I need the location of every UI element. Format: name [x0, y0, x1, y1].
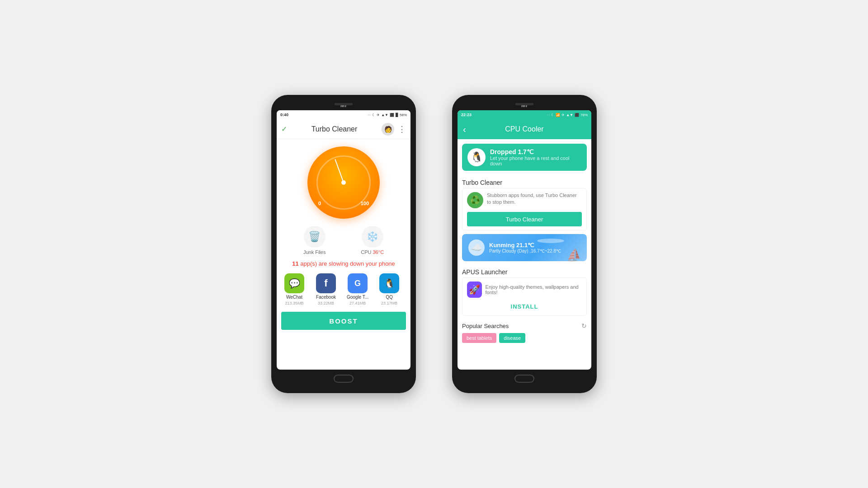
google-name: Google T...	[347, 295, 368, 300]
gauge-container: 0 100	[277, 139, 410, 222]
cpu-icon: ❄️	[362, 226, 383, 248]
gauge-min: 0	[318, 201, 321, 206]
weather-card: ☁️ Kunming 21.1℃ Partly Cloudy (Day) ,16…	[462, 234, 587, 261]
phone1-status-bar: 0:40 ··· ☾ ✈ ▲▼ ⬛ ▉ 58%	[277, 110, 410, 119]
quick-actions: 🗑️ Junk Files ❄️ CPU 36°C	[277, 222, 410, 257]
wechat-name: WeChat	[286, 295, 302, 300]
search-tag-disease[interactable]: disease	[499, 333, 525, 343]
app-google-translate[interactable]: G Google T... 27.41MB	[344, 273, 371, 305]
phone2-time: 22:23	[461, 113, 472, 117]
apus-section-label: APUS Launcher	[458, 265, 591, 277]
qa-junk-files[interactable]: 🗑️ Junk Files	[303, 226, 326, 255]
phone2-bottom	[458, 370, 591, 388]
dropped-temp: Dropped 1.7℃	[490, 148, 581, 155]
avatar[interactable]: 🧑	[382, 123, 394, 136]
qq-name: QQ	[386, 295, 393, 300]
back-button[interactable]: ‹	[463, 124, 466, 135]
app-qq[interactable]: 🐧 QQ 23.17MB	[376, 273, 402, 305]
cpu-cooler-header: ‹ CPU Cooler	[458, 119, 591, 139]
turbo-card: ♻️ Stubborn apps found, use Turbo Cleane…	[462, 188, 587, 230]
gauge-max: 100	[361, 201, 369, 206]
qq-size: 23.17MB	[381, 301, 397, 305]
wechat-icon: 💬	[284, 273, 304, 293]
phone1-bottom	[277, 370, 410, 388]
toolbar-right: 🧑 ⋮	[382, 123, 406, 136]
cool-down-subtitle: Let your phone have a rest and cool down	[490, 155, 581, 166]
junk-files-icon: 🗑️	[304, 226, 326, 248]
turbo-desc: Stubborn apps found, use Turbo Cleanerto…	[487, 192, 577, 206]
search-tags: best tablets disease	[458, 331, 591, 345]
phone1-time: 0:40	[280, 113, 288, 117]
qq-icon: 🐧	[379, 273, 399, 293]
phone2-speaker	[515, 103, 533, 105]
slowing-rest: app(s) are slowing down your phone	[300, 260, 395, 267]
turbo-icon: ♻️	[467, 192, 483, 208]
phone1-speaker	[335, 103, 353, 105]
apus-desc: Enjoy high-quality themes, wallpapers an…	[486, 284, 582, 295]
slowing-count: 11	[292, 260, 298, 267]
turbo-row: ♻️ Stubborn apps found, use Turbo Cleane…	[467, 192, 582, 208]
result-banner: 🐧 Dropped 1.7℃ Let your phone have a res…	[462, 144, 587, 171]
apus-card: 🚀 Enjoy high-quality themes, wallpapers …	[462, 277, 587, 316]
apus-row: 🚀 Enjoy high-quality themes, wallpapers …	[467, 282, 582, 298]
phone2-top-bar: MI	[458, 100, 591, 110]
phone1-screen: 0:40 ··· ☾ ✈ ▲▼ ⬛ ▉ 58% ✓ Turbo Cleaner …	[277, 110, 410, 370]
turbo-cleaner-button[interactable]: Turbo Cleaner	[467, 212, 582, 226]
phone2-status-icons: ··· ☾ 📶 ✈ ▲▼ ⬛ 78%	[547, 113, 588, 117]
google-icon: G	[348, 273, 368, 293]
popular-searches-header: Popular Searches ↻	[458, 319, 591, 331]
cpu-cooler-title: CPU Cooler	[505, 125, 543, 133]
phone2-status-bar: 22:23 ··· ☾ 📶 ✈ ▲▼ ⬛ 78%	[458, 110, 591, 119]
turbo-section-label: Turbo Cleaner	[458, 175, 591, 188]
wechat-size: 213.35MB	[285, 301, 303, 305]
app-title: Turbo Cleaner	[311, 125, 358, 133]
gauge-dot	[341, 180, 346, 185]
popular-title: Popular Searches	[462, 323, 509, 329]
install-button[interactable]: INSTALL	[467, 301, 582, 312]
app-facebook[interactable]: f Facebook 33.22MB	[313, 273, 339, 305]
phone1-home-button[interactable]	[334, 375, 354, 383]
cpu-temp-value: 36°C	[373, 249, 384, 255]
sailboat-icon: ⛵	[566, 248, 582, 261]
fb-icon: f	[316, 273, 336, 293]
cpu-temp-label: CPU 36°C	[361, 249, 384, 255]
phone2-home-button[interactable]	[514, 375, 534, 383]
gauge-labels: 0 100	[307, 201, 380, 206]
check-icon: ✓	[281, 125, 287, 133]
phone1-top-bar: MI	[277, 100, 410, 110]
phone1-status-icons: ··· ☾ ✈ ▲▼ ⬛ ▉ 58%	[368, 113, 407, 117]
gauge-circle: 0 100	[307, 146, 380, 219]
penguin-avatar: 🐧	[467, 148, 486, 166]
google-size: 27.41MB	[349, 301, 366, 305]
phone-2: MI 22:23 ··· ☾ 📶 ✈ ▲▼ ⬛ 78% ‹ CPU Cooler…	[452, 95, 597, 393]
app-twitter[interactable]: 🐦 Twi... 21.8	[408, 273, 410, 305]
apus-icon: 🚀	[467, 282, 482, 298]
weather-icon: ☁️	[468, 239, 485, 256]
search-tag-tablets[interactable]: best tablets	[462, 333, 496, 343]
phone1-toolbar: ✓ Turbo Cleaner 🧑 ⋮	[277, 119, 410, 139]
fb-name: Facebook	[316, 295, 336, 300]
app-list: 💬 WeChat 213.35MB f Facebook 33.22MB G G…	[277, 271, 410, 308]
boost-button[interactable]: BOOST	[281, 312, 406, 330]
phone-1: MI 0:40 ··· ☾ ✈ ▲▼ ⬛ ▉ 58% ✓ Turbo Clean…	[271, 95, 416, 393]
phone2-screen: 22:23 ··· ☾ 📶 ✈ ▲▼ ⬛ 78% ‹ CPU Cooler 🐧 …	[458, 110, 591, 370]
qa-cpu[interactable]: ❄️ CPU 36°C	[361, 226, 384, 255]
weather-bubble-deco	[537, 239, 564, 243]
app-wechat[interactable]: 💬 WeChat 213.35MB	[281, 273, 307, 305]
refresh-icon[interactable]: ↻	[581, 322, 587, 329]
result-text: Dropped 1.7℃ Let your phone have a rest …	[490, 148, 581, 166]
gauge-needle	[335, 159, 344, 183]
more-icon[interactable]: ⋮	[398, 124, 406, 134]
weather-city: Kunming 21.1℃	[489, 242, 580, 249]
slowing-text: 11 app(s) are slowing down your phone	[277, 257, 410, 271]
junk-files-label: Junk Files	[303, 249, 326, 255]
fb-size: 33.22MB	[318, 301, 334, 305]
